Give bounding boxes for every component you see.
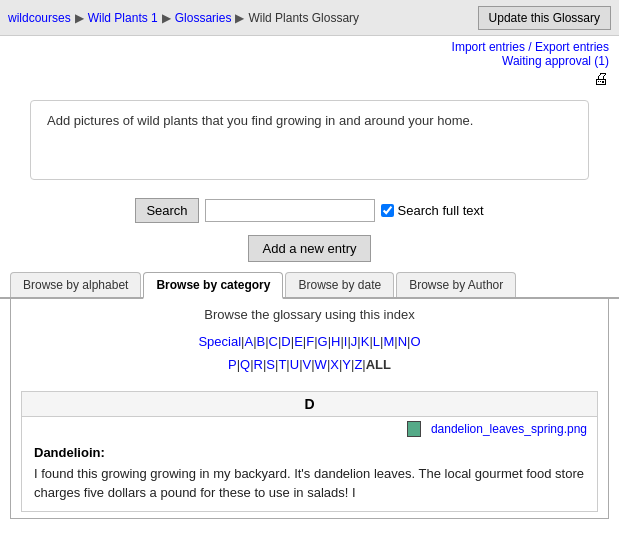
file-icon: [407, 421, 421, 437]
print-icon[interactable]: 🖨: [593, 70, 609, 87]
search-button[interactable]: Search: [135, 198, 198, 223]
tab-browse-alphabet[interactable]: Browse by alphabet: [10, 272, 141, 297]
alpha-link-n[interactable]: N: [398, 334, 407, 349]
search-full-text-row: Search full text: [381, 203, 484, 218]
alpha-link-b[interactable]: B: [257, 334, 266, 349]
browse-panel: Browse the glossary using this index Spe…: [10, 299, 609, 519]
description-text: Add pictures of wild plants that you fin…: [47, 113, 473, 128]
search-input[interactable]: [205, 199, 375, 222]
alpha-link-l[interactable]: L: [373, 334, 380, 349]
breadcrumb-sep-3: ▶: [235, 11, 244, 25]
breadcrumb-glossaries[interactable]: Glossaries: [175, 11, 232, 25]
alphabet-links: Special|A|B|C|D|E|F|G|H|I|J|K|L|M|N|O P|…: [11, 326, 608, 385]
breadcrumb-wildcourses[interactable]: wildcourses: [8, 11, 71, 25]
tab-browse-date[interactable]: Browse by date: [285, 272, 394, 297]
entry-area: D dandelion_leaves_spring.png Dandelioin…: [21, 391, 598, 512]
description-area: Add pictures of wild plants that you fin…: [30, 100, 589, 180]
alpha-link-p[interactable]: P: [228, 357, 237, 372]
print-icon-row: 🖨: [0, 68, 619, 92]
add-entry-row: Add a new entry: [0, 229, 619, 272]
breadcrumb-current: Wild Plants Glossary: [248, 11, 359, 25]
alpha-link-e[interactable]: E: [294, 334, 303, 349]
top-actions: Import entries / Export entries Waiting …: [0, 36, 619, 68]
import-export-link[interactable]: Import entries / Export entries: [452, 40, 609, 54]
alpha-link-y[interactable]: Y: [342, 357, 351, 372]
alpha-link-c[interactable]: C: [269, 334, 278, 349]
update-glossary-button[interactable]: Update this Glossary: [478, 6, 611, 30]
search-full-text-checkbox[interactable]: [381, 204, 394, 217]
alpha-link-r[interactable]: R: [254, 357, 263, 372]
waiting-approval-link[interactable]: Waiting approval (1): [502, 54, 609, 68]
alpha-link-m[interactable]: M: [383, 334, 394, 349]
alpha-link-f[interactable]: F: [306, 334, 314, 349]
alpha-link-v[interactable]: V: [303, 357, 312, 372]
breadcrumb-wildplants1[interactable]: Wild Plants 1: [88, 11, 158, 25]
tabs-row: Browse by alphabet Browse by category Br…: [0, 272, 619, 299]
alpha-link-a[interactable]: A: [244, 334, 253, 349]
browse-instruction: Browse the glossary using this index: [11, 299, 608, 326]
alpha-link-all[interactable]: ALL: [366, 357, 391, 372]
tab-browse-category[interactable]: Browse by category: [143, 272, 283, 299]
entry-term: Dandelioin:: [34, 445, 585, 460]
tab-browse-author[interactable]: Browse by Author: [396, 272, 516, 297]
search-full-text-label: Search full text: [398, 203, 484, 218]
alpha-link-u[interactable]: U: [290, 357, 299, 372]
entry-letter-header: D: [22, 392, 597, 417]
alpha-link-x[interactable]: X: [330, 357, 339, 372]
entry-content: Dandelioin: I found this growing growing…: [22, 441, 597, 511]
alpha-link-o[interactable]: O: [410, 334, 420, 349]
alpha-link-w[interactable]: W: [315, 357, 327, 372]
entry-filename-link[interactable]: dandelion_leaves_spring.png: [431, 422, 587, 436]
alpha-link-s[interactable]: S: [266, 357, 275, 372]
alpha-link-g[interactable]: G: [318, 334, 328, 349]
alpha-link-d[interactable]: D: [281, 334, 290, 349]
entry-file-row: dandelion_leaves_spring.png: [22, 417, 597, 441]
breadcrumb-sep-2: ▶: [162, 11, 171, 25]
breadcrumb-bar: wildcourses ▶ Wild Plants 1 ▶ Glossaries…: [0, 0, 619, 36]
alpha-link-q[interactable]: Q: [240, 357, 250, 372]
entry-text: I found this growing growing in my backy…: [34, 464, 585, 503]
search-row: Search Search full text: [0, 188, 619, 229]
breadcrumb: wildcourses ▶ Wild Plants 1 ▶ Glossaries…: [8, 11, 359, 25]
breadcrumb-sep-1: ▶: [75, 11, 84, 25]
alpha-link-special[interactable]: Special: [198, 334, 241, 349]
add-entry-button[interactable]: Add a new entry: [248, 235, 372, 262]
